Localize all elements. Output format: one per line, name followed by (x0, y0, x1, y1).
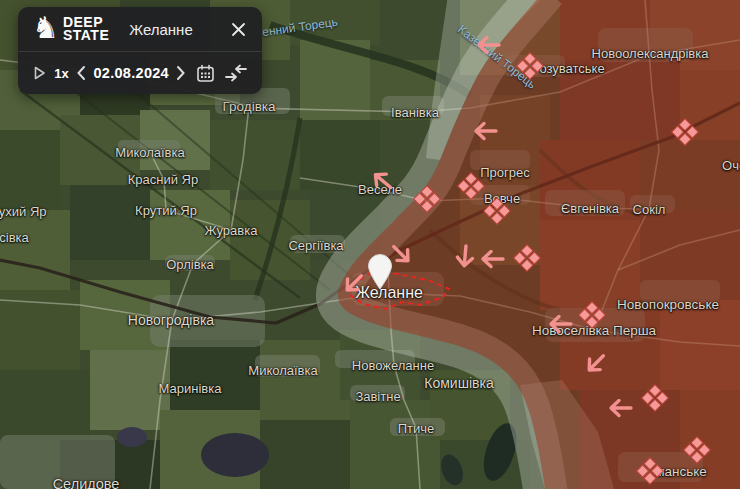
selected-place-title: Желанне (129, 21, 229, 38)
advance-arrow[interactable] (474, 33, 502, 61)
combat-clash-marker[interactable] (457, 172, 485, 204)
location-pin[interactable] (365, 254, 395, 294)
combat-clash-marker[interactable] (516, 52, 544, 84)
combat-clash-marker[interactable] (513, 244, 541, 276)
next-day-button[interactable] (174, 63, 188, 83)
advance-arrow[interactable] (577, 345, 617, 385)
play-icon (32, 65, 47, 81)
deepstate-panel: ♞ DEEP STATE Желанне 1x (18, 7, 262, 94)
close-button[interactable] (229, 20, 248, 39)
knight-icon: ♞ (32, 13, 59, 43)
chevron-right-icon (176, 65, 186, 81)
calendar-button[interactable] (194, 62, 217, 85)
combat-clash-marker[interactable] (578, 301, 606, 333)
advance-arrow[interactable] (546, 312, 574, 340)
brand-line2: STATE (63, 27, 109, 43)
combat-clash-marker[interactable] (636, 457, 664, 489)
combat-clash-marker[interactable] (483, 197, 511, 229)
jump-to-latest-icon (224, 63, 248, 83)
advance-arrow[interactable] (478, 247, 506, 275)
combat-clash-marker[interactable] (641, 384, 669, 416)
jump-to-latest-button[interactable] (222, 61, 250, 85)
map-app: ГродівкаІванівкаМиколаївкаКрасний ЯрКрут… (0, 0, 740, 489)
close-icon (231, 22, 246, 37)
deepstate-logo: ♞ DEEP STATE (32, 16, 109, 43)
play-button[interactable] (30, 63, 49, 83)
chevron-left-icon (76, 65, 86, 81)
advance-arrow[interactable] (471, 119, 499, 147)
combat-clash-marker[interactable] (683, 436, 711, 468)
combat-clash-marker[interactable] (413, 185, 441, 217)
combat-clash-marker[interactable] (671, 118, 699, 150)
advance-arrow[interactable] (361, 162, 400, 201)
current-date[interactable]: 02.08.2024 (93, 65, 169, 81)
playback-speed[interactable]: 1x (54, 66, 68, 81)
calendar-icon (196, 64, 215, 83)
prev-day-button[interactable] (74, 63, 88, 83)
advance-arrow[interactable] (606, 396, 634, 424)
